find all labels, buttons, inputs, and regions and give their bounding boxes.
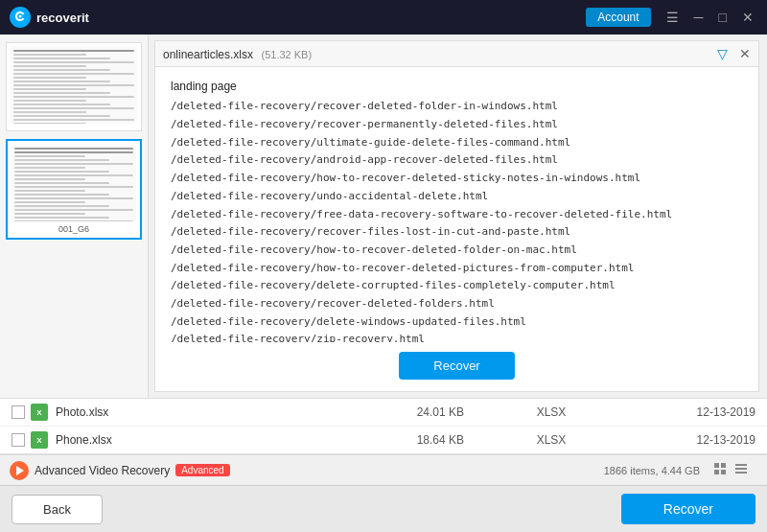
items-count: 1866 items, 4.44 GB	[604, 465, 700, 476]
preview-line: /deleted-file-recovery/delete-corrupted-…	[171, 277, 743, 295]
avr-label: Advanced Video Recovery	[35, 464, 170, 477]
preview-panel: onlinearticles.xlsx (51.32 KB) ▽ ✕ landi…	[154, 40, 759, 392]
file-ext-1: XLSX	[483, 405, 619, 419]
svg-rect-5	[721, 470, 726, 474]
preview-line: /deleted-file-recovery/android-app-recov…	[171, 151, 743, 170]
thumbnail-1[interactable]	[6, 42, 142, 131]
list-view-button[interactable]	[732, 460, 750, 480]
svg-rect-3	[721, 463, 726, 468]
preview-line: /deleted-file-recovery/zip-recovery.html	[171, 331, 743, 342]
preview-line: /deleted-file-recovery/how-to-recover-de…	[171, 242, 743, 260]
preview-lines: /deleted-file-recovery/recover-deleted-f…	[171, 98, 743, 342]
view-toggle	[711, 460, 750, 480]
preview-filename-area: onlinearticles.xlsx (51.32 KB)	[163, 45, 312, 62]
maximize-button[interactable]: □	[715, 8, 731, 27]
avr-section: Advanced Video Recovery Advanced	[10, 461, 230, 480]
main-content: 001_G6 onlinearticles.xlsx (51.32 KB) ▽ …	[0, 35, 767, 398]
bottom-area: X Photo.xlsx 24.01 KB XLSX 12-13-2019 X …	[0, 398, 767, 485]
thumbnail-panel: 001_G6	[0, 35, 149, 398]
svg-rect-2	[714, 463, 719, 468]
window-controls: ☰ ─ □ ✕	[662, 8, 757, 27]
preview-line: /deleted-file-recovery/recover-deleted-f…	[171, 295, 743, 313]
preview-line: /deleted-file-recovery/how-to-recover-de…	[171, 260, 743, 278]
menu-button[interactable]: ☰	[662, 8, 683, 27]
thumbnail-2[interactable]: 001_G6	[6, 139, 142, 240]
file-date-1: 12-13-2019	[619, 405, 755, 419]
recover-main-button[interactable]: Recover	[621, 494, 755, 524]
preview-line: /deleted-file-recovery/undo-accidental-d…	[171, 188, 743, 206]
avr-badge: Advanced	[175, 464, 229, 476]
file-checkbox-1[interactable]	[12, 405, 25, 419]
file-date-2: 12-13-2019	[619, 433, 755, 447]
minimize-button[interactable]: ─	[690, 8, 708, 27]
thumb-image-2	[12, 145, 136, 221]
preview-heading: landing page	[171, 77, 743, 96]
logo-icon	[10, 7, 31, 28]
preview-line: /deleted-file-recovery/how-to-recover-de…	[171, 170, 743, 188]
avr-icon	[10, 461, 29, 480]
preview-line: /deleted-file-recovery/free-data-recover…	[171, 206, 743, 224]
preview-line: /deleted-file-recovery/delete-windows-up…	[171, 313, 743, 332]
svg-point-0	[19, 15, 22, 18]
file-name-1: Photo.xlsx	[56, 405, 328, 419]
svg-rect-4	[714, 470, 719, 474]
preview-filename: onlinearticles.xlsx	[163, 48, 253, 61]
filter-icon[interactable]: ▽	[717, 46, 728, 61]
svg-rect-8	[735, 472, 747, 474]
file-icon-1: X	[31, 404, 48, 421]
file-size-2: 18.64 KB	[328, 433, 483, 447]
preview-header: onlinearticles.xlsx (51.32 KB) ▽ ✕	[155, 41, 758, 67]
preview-line: /deleted-file-recovery/recover-deleted-f…	[171, 98, 743, 116]
svg-rect-6	[735, 464, 747, 466]
thumb-image-1	[11, 47, 137, 124]
thumb-label-2: 001_G6	[12, 224, 136, 234]
close-preview-button[interactable]: ✕	[739, 46, 751, 61]
preview-recover-area: Recover	[155, 342, 758, 391]
preview-line: /deleted-file-recovery/recover-permanent…	[171, 116, 743, 134]
preview-filesize: (51.32 KB)	[262, 49, 313, 60]
file-ext-2: XLSX	[483, 433, 619, 447]
footer: Back Recover	[0, 485, 767, 532]
svg-marker-1	[16, 466, 24, 475]
file-row-2[interactable]: X Phone.xlsx 18.64 KB XLSX 12-13-2019	[0, 427, 767, 453]
file-icon-2: X	[31, 431, 48, 449]
file-name-2: Phone.xlsx	[56, 433, 328, 447]
close-button[interactable]: ✕	[738, 8, 757, 27]
file-list: X Photo.xlsx 24.01 KB XLSX 12-13-2019 X …	[0, 399, 767, 454]
grid-view-button[interactable]	[711, 460, 729, 480]
file-row-1[interactable]: X Photo.xlsx 24.01 KB XLSX 12-13-2019	[0, 399, 767, 427]
status-bar: Advanced Video Recovery Advanced 1866 it…	[0, 454, 767, 485]
back-button[interactable]: Back	[12, 495, 103, 524]
file-checkbox-2[interactable]	[12, 433, 25, 447]
preview-line: /deleted-file-recovery/recover-files-los…	[171, 223, 743, 242]
preview-line: /deleted-file-recovery/ultimate-guide-de…	[171, 134, 743, 152]
app-logo: recoverit	[10, 7, 89, 28]
titlebar: recoverit Account ☰ ─ □ ✕	[0, 0, 767, 35]
preview-recover-button[interactable]: Recover	[399, 352, 514, 380]
svg-rect-7	[735, 468, 747, 470]
file-size-1: 24.01 KB	[328, 405, 483, 419]
account-button[interactable]: Account	[586, 8, 650, 27]
preview-content: landing page /deleted-file-recovery/reco…	[155, 67, 758, 342]
